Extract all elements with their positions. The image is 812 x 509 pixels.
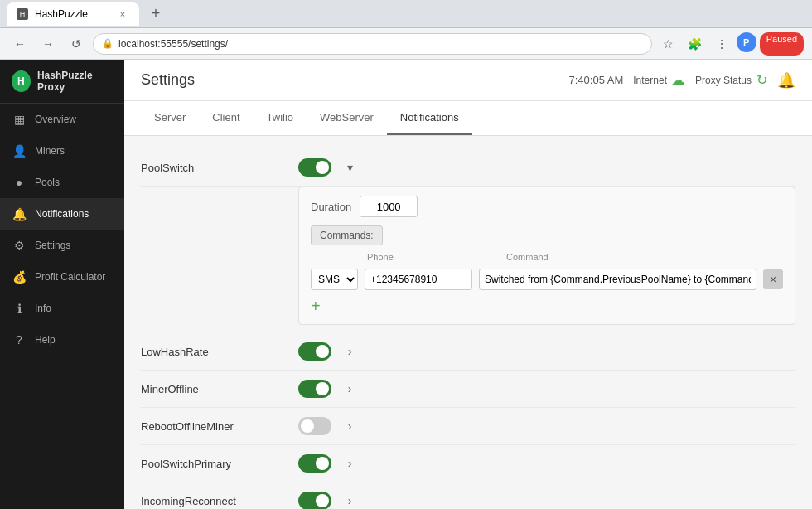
internet-status: Internet ☁	[633, 71, 685, 90]
menu-icon[interactable]: ⋮	[710, 32, 733, 56]
sidebar-label-settings: Settings	[35, 240, 70, 251]
sidebar: H HashPuzzle Proxy ▦ Overview 👤 Miners ●…	[0, 60, 124, 509]
pool-switch-primary-toggle[interactable]	[298, 454, 331, 473]
sidebar-logo: H HashPuzzle Proxy	[0, 60, 124, 104]
address-bar[interactable]: 🔒 localhost:55555/settings/	[93, 33, 652, 55]
tab-label: HashPuzzle	[35, 8, 88, 20]
bell-icon[interactable]: 🔔	[777, 71, 795, 90]
sms-table: Phone Command SMS ×	[311, 252, 783, 290]
extensions-icon[interactable]: 🧩	[684, 32, 707, 56]
main-content: Settings 7:40:05 AM Internet ☁ Proxy Sta…	[124, 60, 812, 509]
browser-nav: ← → ↺ 🔒 localhost:55555/settings/ ☆ 🧩 ⋮ …	[0, 28, 812, 60]
tab-webserver[interactable]: WebServer	[307, 101, 387, 135]
tab-notifications[interactable]: Notifications	[387, 101, 472, 135]
sidebar-item-notifications[interactable]: 🔔 Notifications	[0, 198, 124, 230]
pool-switch-primary-label: PoolSwitchPrimary	[141, 458, 298, 470]
low-hash-rate-toggle[interactable]	[298, 342, 331, 361]
sms-type-select[interactable]: SMS	[311, 269, 358, 290]
sidebar-item-overview[interactable]: ▦ Overview	[0, 104, 124, 135]
page-title: Settings	[141, 71, 558, 89]
logo-text: HashPuzzle Proxy	[37, 70, 113, 93]
miner-offline-row: MinerOffline ›	[141, 371, 795, 408]
duration-label: Duration	[311, 201, 351, 213]
sidebar-label-info: Info	[35, 303, 51, 314]
sms-headers: Phone Command	[311, 252, 783, 262]
low-hash-rate-label: LowHashRate	[141, 346, 298, 358]
sidebar-item-miners[interactable]: 👤 Miners	[0, 135, 124, 167]
address-lock-icon: 🔒	[102, 38, 114, 49]
col-header-phone: Phone	[367, 252, 500, 262]
poolswitch-expanded: Duration Commands: Phone Command	[298, 187, 795, 325]
internet-label: Internet	[633, 75, 667, 86]
poolswitch-label: PoolSwitch	[141, 162, 298, 174]
tab-client[interactable]: Client	[199, 101, 253, 135]
col-header-type	[311, 252, 360, 262]
pools-icon: ●	[12, 175, 27, 190]
sms-entry-row: SMS ×	[311, 269, 783, 290]
notifications-icon: 🔔	[12, 206, 27, 221]
reboot-offline-miner-chevron[interactable]: ›	[338, 414, 361, 438]
paused-badge: Paused	[760, 32, 804, 56]
duration-input[interactable]	[360, 196, 418, 217]
reboot-offline-miner-toggle[interactable]	[298, 417, 331, 435]
incoming-reconnect-chevron[interactable]: ›	[338, 489, 361, 509]
profile-avatar[interactable]: P	[737, 32, 756, 52]
tab-twilio[interactable]: Twilio	[254, 101, 307, 135]
commands-section: Commands: Phone Command SMS	[311, 225, 783, 316]
reboot-offline-miner-row: RebootOfflineMiner ›	[141, 408, 795, 445]
overview-icon: ▦	[12, 112, 27, 127]
miner-offline-chevron[interactable]: ›	[338, 377, 361, 400]
sidebar-item-profit-calculator[interactable]: 💰 Profit Calculator	[0, 261, 124, 293]
sidebar-label-overview: Overview	[35, 114, 76, 125]
reboot-offline-miner-label: RebootOfflineMiner	[141, 420, 298, 433]
incoming-reconnect-toggle[interactable]	[298, 492, 331, 509]
info-icon: ℹ	[12, 301, 27, 316]
cloud-icon: ☁	[670, 71, 685, 90]
poolswitch-toggle-thumb	[316, 161, 329, 174]
poolswitch-toggle[interactable]	[298, 158, 331, 177]
help-icon: ?	[12, 332, 27, 347]
sms-command-input[interactable]	[479, 269, 756, 290]
notifications-body: PoolSwitch ▾ Duration Commands:	[124, 136, 812, 509]
forward-button[interactable]: →	[36, 32, 60, 56]
add-sms-button[interactable]: +	[311, 297, 321, 316]
incoming-reconnect-label: IncomingReconnect	[141, 495, 298, 507]
tab-favicon: H	[17, 8, 28, 20]
tab-close-button[interactable]: ×	[116, 7, 129, 21]
topbar: Settings 7:40:05 AM Internet ☁ Proxy Sta…	[124, 60, 812, 101]
sidebar-label-pools: Pools	[35, 177, 60, 188]
sidebar-item-settings[interactable]: ⚙ Settings	[0, 230, 124, 261]
low-hash-rate-row: LowHashRate ›	[141, 333, 795, 371]
browser-tab[interactable]: H HashPuzzle ×	[7, 2, 139, 26]
back-button[interactable]: ←	[8, 32, 31, 56]
tab-server[interactable]: Server	[141, 101, 199, 135]
proxy-status: Proxy Status ↻	[695, 72, 767, 88]
miner-offline-toggle[interactable]	[298, 380, 331, 398]
sidebar-item-help[interactable]: ? Help	[0, 324, 124, 356]
topbar-time: 7:40:05 AM	[568, 74, 623, 86]
profit-icon: 💰	[12, 269, 27, 284]
incoming-reconnect-row: IncomingReconnect ›	[141, 482, 795, 509]
col-header-command: Command	[506, 252, 783, 262]
pool-switch-primary-row: PoolSwitchPrimary ›	[141, 445, 795, 482]
pool-switch-primary-chevron[interactable]: ›	[338, 452, 361, 475]
sidebar-label-profit: Profit Calculator	[35, 271, 105, 283]
app-container: H HashPuzzle Proxy ▦ Overview 👤 Miners ●…	[0, 60, 812, 509]
new-tab-button[interactable]: +	[144, 2, 167, 26]
nav-icons: ☆ 🧩 ⋮ P Paused	[657, 32, 804, 56]
bookmark-icon[interactable]: ☆	[657, 32, 680, 56]
refresh-button[interactable]: ↺	[65, 32, 88, 56]
sidebar-label-miners: Miners	[35, 145, 65, 157]
sms-delete-button[interactable]: ×	[763, 269, 783, 289]
proxy-status-label: Proxy Status	[695, 75, 752, 86]
browser-chrome: H HashPuzzle × +	[0, 0, 812, 28]
low-hash-rate-chevron[interactable]: ›	[338, 340, 361, 363]
commands-button[interactable]: Commands:	[311, 225, 383, 245]
sidebar-item-pools[interactable]: ● Pools	[0, 167, 124, 198]
duration-row: Duration	[311, 196, 783, 217]
sms-phone-input[interactable]	[365, 269, 472, 290]
logo-icon: H	[12, 70, 31, 92]
settings-icon: ⚙	[12, 238, 27, 253]
poolswitch-chevron-button[interactable]: ▾	[338, 156, 361, 179]
sidebar-item-info[interactable]: ℹ Info	[0, 293, 124, 324]
